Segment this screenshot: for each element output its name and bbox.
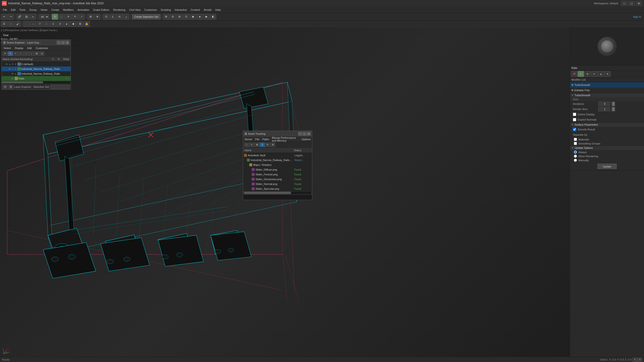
at-close-button[interactable]: ✕ xyxy=(307,132,310,136)
undo-button[interactable]: ↩ xyxy=(1,14,7,20)
menu-item-scripting[interactable]: Scripting xyxy=(159,7,173,12)
at-btn3[interactable]: ⊞ xyxy=(254,143,259,147)
lock-selection[interactable]: 🔒 xyxy=(84,21,90,27)
pin-stack-button[interactable]: 📌 xyxy=(571,71,577,77)
se-row-railway-rails-child[interactable]: 👁 ◈ Industrial_Narrow_Railway_Rails xyxy=(2,71,71,76)
materials-checkbox[interactable] xyxy=(574,138,577,141)
delete-modifier-button[interactable]: ✕ xyxy=(591,71,597,77)
at-menu-options[interactable]: Options xyxy=(300,137,312,142)
redo-button[interactable]: ↪ xyxy=(8,14,14,20)
se-menu-select[interactable]: Select xyxy=(2,45,13,51)
menu-item-create[interactable]: Create xyxy=(49,7,61,12)
pivot-center-button[interactable]: ⊕ xyxy=(94,14,100,20)
menu-item-content[interactable]: Content xyxy=(189,7,202,12)
sign-in-button[interactable]: Sign In xyxy=(631,15,643,18)
grid-snap[interactable]: # xyxy=(50,21,56,27)
time-display[interactable]: ⏱ xyxy=(637,358,642,362)
rotate-button[interactable]: ↻ xyxy=(72,14,78,20)
smooth-result-checkbox[interactable] xyxy=(573,128,576,131)
se-menu-display[interactable]: Display xyxy=(13,45,26,51)
at-row-5[interactable]: Slider_Glossiness.pngFound xyxy=(243,177,312,182)
align-button[interactable]: ⊟ xyxy=(170,14,176,20)
show-modifier-button[interactable]: ≡ xyxy=(578,71,584,77)
menu-item-help[interactable]: Help xyxy=(214,7,223,12)
percent-snap[interactable]: % xyxy=(116,14,122,20)
at-row-1[interactable]: Industrial_Narrow_Railway_Rails_max_vray… xyxy=(243,158,312,162)
se-maximize-button[interactable]: □ xyxy=(61,41,65,44)
at-scrollbar[interactable] xyxy=(244,192,311,194)
se-display-button[interactable]: ⊡ xyxy=(40,51,44,56)
at-row-0[interactable]: Autodesk VaultLogged... xyxy=(243,153,312,158)
se-filter-button[interactable]: ✕ xyxy=(3,51,8,56)
at-menu-file[interactable]: File xyxy=(254,137,261,142)
selection-set-input[interactable] xyxy=(50,85,70,89)
turbosmooth-header[interactable]: ▼ TurboSmooth xyxy=(570,93,644,97)
render-iters-up[interactable]: ▲ xyxy=(612,107,615,109)
spinner-snap[interactable]: ⍋ xyxy=(123,14,129,20)
render-button[interactable]: ▶ xyxy=(203,14,210,20)
paint-selection[interactable]: 🖌 xyxy=(14,21,20,27)
minimize-button[interactable]: ─ xyxy=(621,1,628,6)
at-btn2[interactable]: ≡ xyxy=(249,143,254,147)
manually-radio[interactable] xyxy=(574,159,577,162)
iterations-input[interactable] xyxy=(598,102,610,106)
menu-item-arnold[interactable]: Arnold xyxy=(202,7,214,12)
open-schematic-view[interactable]: ⊡ xyxy=(183,14,190,20)
mirror-button[interactable]: ⊞ xyxy=(163,14,169,20)
se-row-rails[interactable]: 👁 Rails ❄ ✦ xyxy=(2,76,71,81)
isoline-display-checkbox[interactable] xyxy=(573,113,576,116)
menu-item-file[interactable]: File xyxy=(1,7,9,12)
se-footer-button2[interactable]: ⊞ xyxy=(8,85,13,89)
move-modifier-up[interactable]: ▲ xyxy=(598,71,604,77)
bind-space-warp[interactable]: ∞ xyxy=(30,14,36,20)
at-btn4[interactable]: ⊡ xyxy=(260,143,265,147)
se-down-button[interactable]: ↓ xyxy=(29,51,34,56)
render-setup-button[interactable]: ◈ xyxy=(196,14,203,20)
set-key-mode[interactable]: ◆ xyxy=(70,21,76,27)
select-region-button[interactable]: ⬚ xyxy=(58,14,65,20)
se-minimize-button[interactable]: ─ xyxy=(57,41,60,44)
se-up-button[interactable]: ↑ xyxy=(24,51,28,56)
snap-toggle[interactable]: ⊡ xyxy=(103,14,109,20)
menu-item-edit[interactable]: Edit xyxy=(9,7,18,12)
at-minimize-button[interactable]: ─ xyxy=(298,132,302,136)
iterations-up[interactable]: ▲ xyxy=(612,102,615,104)
create-selection-set-button[interactable]: Create Selection Set xyxy=(132,14,160,19)
when-rendering-radio[interactable] xyxy=(574,155,577,158)
edge-snap[interactable]: − xyxy=(30,21,36,27)
menu-item-interactive[interactable]: Interactive xyxy=(173,7,189,12)
scale-button[interactable]: ⤢ xyxy=(78,14,85,20)
always-radio[interactable] xyxy=(574,150,577,154)
iterations-down[interactable]: ▼ xyxy=(612,104,615,106)
menu-item-views[interactable]: Views xyxy=(38,7,49,12)
menu-item-group[interactable]: Group xyxy=(27,7,38,12)
smoothing-groups-checkbox[interactable] xyxy=(574,142,577,145)
se-sort-button[interactable]: ⊞ xyxy=(34,51,39,56)
grid-toggle[interactable]: # xyxy=(632,358,637,362)
key-filters[interactable]: ⊞ xyxy=(77,21,83,27)
at-row-3[interactable]: Slider_Diffuse.pngFound xyxy=(243,167,312,172)
select-object-button[interactable]: ⊡ xyxy=(52,14,58,20)
unlink-button[interactable]: ⛓ xyxy=(23,14,30,20)
at-refresh-btn[interactable]: ↻ xyxy=(265,143,270,147)
render-iters-down[interactable]: ▼ xyxy=(612,109,615,111)
se-add-button[interactable]: + xyxy=(13,51,18,56)
at-menu-paths[interactable]: Paths xyxy=(261,137,270,142)
render-frame-window[interactable]: ◧ xyxy=(210,14,216,20)
nurbs-snap[interactable]: ◌ xyxy=(43,21,50,27)
menu-item-modifiers[interactable]: Modifiers xyxy=(61,7,76,12)
at-row-2[interactable]: Maps / Shaders xyxy=(243,162,312,167)
close-button[interactable]: ✕ xyxy=(636,1,642,6)
move-button[interactable]: ✛ xyxy=(65,14,71,20)
at-row-7[interactable]: Slider_Specular.pngFound xyxy=(243,186,312,191)
select-by-name[interactable]: ☰ xyxy=(1,21,7,27)
modifier-turbsmooth[interactable]: TurboSmooth xyxy=(570,82,644,88)
update-button[interactable]: Update xyxy=(598,164,617,169)
menu-item-rendering[interactable]: Rendering xyxy=(111,7,128,12)
se-delete-button[interactable]: − xyxy=(18,51,23,56)
at-maximize-button[interactable]: □ xyxy=(302,132,306,136)
se-menu-customize[interactable]: Customize xyxy=(34,45,50,51)
menu-item-civil-view[interactable]: Civil View xyxy=(127,7,142,12)
maximize-button[interactable]: □ xyxy=(628,1,635,6)
auto-key[interactable]: ● xyxy=(64,21,70,27)
